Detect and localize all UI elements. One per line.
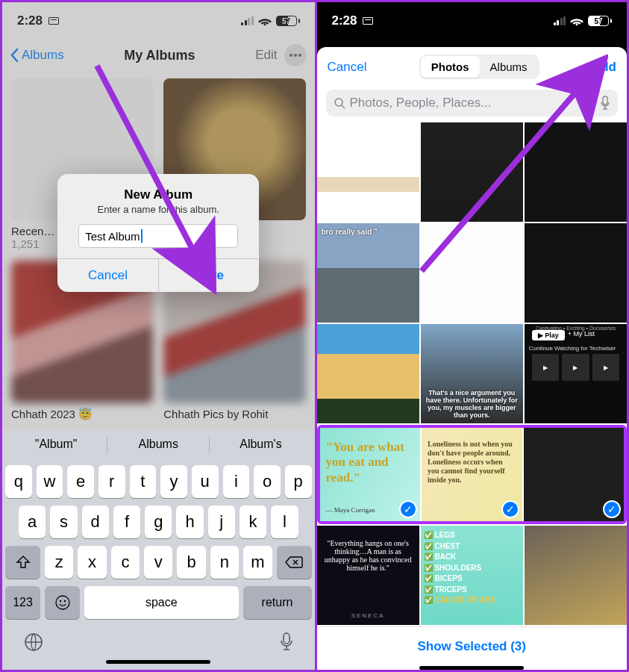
photo-thumb[interactable]: "Everything hangs on one's thinking…A ma… bbox=[317, 526, 419, 625]
back-button[interactable]: Albums bbox=[10, 48, 64, 63]
more-button[interactable] bbox=[284, 44, 307, 66]
right-phone: 2:28 57 Cancel Photos Albums Add bbox=[315, 2, 628, 670]
key[interactable]: e bbox=[67, 465, 94, 498]
cancel-button[interactable]: Cancel bbox=[57, 259, 158, 292]
edit-button[interactable]: Edit bbox=[255, 48, 277, 63]
key[interactable]: q bbox=[5, 465, 32, 498]
key[interactable]: w bbox=[37, 465, 63, 498]
photo-thumb[interactable]: Captivating • Exciting • Docuseries ▶ Pl… bbox=[525, 324, 627, 423]
photo-thumb[interactable]: LEGS CHEST BACK SHOULDERS BICEPS TRICEPS… bbox=[421, 526, 523, 625]
photo-thumb[interactable]: That's a nice argument you have there. U… bbox=[421, 324, 523, 423]
backspace-key[interactable] bbox=[277, 546, 312, 579]
ios-keyboard[interactable]: "Album" Albums Album's q w e r t y u i o… bbox=[2, 430, 315, 670]
key[interactable]: k bbox=[240, 505, 266, 538]
svg-line-10 bbox=[342, 105, 345, 108]
predict-option[interactable]: Albums bbox=[107, 438, 209, 454]
nav-right: Edit bbox=[255, 44, 307, 66]
segment-albums[interactable]: Albums bbox=[480, 56, 538, 78]
key[interactable]: p bbox=[285, 465, 312, 498]
album-name-input[interactable]: Test Album bbox=[78, 224, 238, 248]
photo-thumb[interactable] bbox=[317, 324, 419, 423]
search-icon bbox=[334, 97, 345, 109]
key[interactable]: j bbox=[208, 505, 235, 538]
key[interactable]: h bbox=[176, 505, 203, 538]
svg-point-1 bbox=[294, 54, 297, 57]
key[interactable]: z bbox=[45, 546, 73, 579]
photo-thumb[interactable] bbox=[525, 122, 627, 222]
key[interactable]: y bbox=[160, 465, 187, 498]
photo-thumb[interactable] bbox=[525, 526, 627, 625]
key[interactable]: s bbox=[50, 505, 77, 538]
photo-thumb[interactable]: bro really said " bbox=[317, 223, 419, 323]
play-icon: ▶ bbox=[562, 354, 589, 381]
alert-title: New Album bbox=[69, 187, 247, 202]
key[interactable]: r bbox=[98, 465, 125, 498]
photo-thumb-selected[interactable]: ✓ bbox=[524, 428, 625, 521]
photo-thumb[interactable] bbox=[421, 122, 523, 222]
sheet-bar: Cancel Photos Albums Add bbox=[317, 47, 628, 87]
photo-thumb[interactable] bbox=[421, 223, 523, 323]
mic-icon[interactable] bbox=[600, 96, 610, 111]
key[interactable]: l bbox=[271, 505, 298, 538]
navbar: Albums My Albums Edit bbox=[2, 40, 315, 71]
return-key[interactable]: return bbox=[243, 586, 312, 619]
battery-icon: 57 bbox=[276, 16, 300, 26]
key[interactable]: a bbox=[19, 505, 46, 538]
predictive-bar: "Album" Albums Album's bbox=[2, 430, 315, 461]
status-time-wrap: 2:28 bbox=[17, 13, 59, 28]
key[interactable]: c bbox=[111, 546, 140, 579]
status-time-wrap: 2:28 bbox=[332, 13, 374, 28]
key[interactable]: m bbox=[243, 546, 272, 579]
check-icon: ✓ bbox=[399, 500, 417, 518]
segment-photos[interactable]: Photos bbox=[421, 56, 480, 78]
key[interactable]: v bbox=[144, 546, 172, 579]
add-button[interactable]: Add bbox=[592, 60, 616, 75]
check-icon: ✓ bbox=[603, 500, 621, 518]
key[interactable]: o bbox=[254, 465, 281, 498]
home-indicator[interactable] bbox=[106, 660, 210, 664]
key[interactable]: n bbox=[210, 546, 239, 579]
numeric-key[interactable]: 123 bbox=[5, 586, 40, 619]
home-indicator[interactable] bbox=[419, 666, 524, 670]
key-row-1: q w e r t y u i o p bbox=[2, 461, 315, 502]
show-selected-button[interactable]: Show Selected (3) bbox=[317, 626, 628, 662]
segmented-control[interactable]: Photos Albums bbox=[419, 55, 539, 79]
key-row-2: a s d f g h j k l bbox=[2, 502, 315, 542]
photo-thumb-selected[interactable]: Loneliness is not when you don't have pe… bbox=[422, 428, 522, 521]
save-button[interactable]: Save bbox=[158, 259, 260, 292]
shift-key[interactable] bbox=[5, 546, 40, 579]
selected-row-highlight: "You are what you eat and read." — Maya … bbox=[317, 425, 628, 524]
predict-option[interactable]: Album's bbox=[210, 438, 311, 454]
svg-point-4 bbox=[56, 596, 69, 609]
key[interactable]: g bbox=[145, 505, 172, 538]
key[interactable]: u bbox=[192, 465, 219, 498]
check-icon: ✓ bbox=[501, 500, 519, 518]
space-key[interactable]: space bbox=[84, 586, 239, 619]
key[interactable]: d bbox=[82, 505, 109, 538]
backspace-icon bbox=[285, 556, 303, 569]
album-label: Chhath Pics by Rohit bbox=[163, 408, 305, 420]
svg-rect-8 bbox=[284, 633, 290, 644]
alert-buttons: Cancel Save bbox=[57, 258, 259, 292]
dictation-icon[interactable] bbox=[279, 632, 294, 653]
search-field[interactable]: Photos, People, Places... bbox=[326, 90, 619, 116]
key-row-4: 123 space return bbox=[2, 582, 315, 623]
emoji-icon bbox=[54, 594, 71, 611]
photo-thumb[interactable] bbox=[525, 223, 627, 323]
status-icons: 57 bbox=[554, 16, 613, 26]
status-time: 2:28 bbox=[17, 13, 43, 28]
cancel-button[interactable]: Cancel bbox=[328, 60, 367, 75]
emoji-key[interactable] bbox=[45, 586, 80, 619]
svg-point-5 bbox=[59, 600, 60, 602]
key[interactable]: i bbox=[223, 465, 250, 498]
key[interactable]: x bbox=[78, 546, 106, 579]
key[interactable]: f bbox=[113, 505, 140, 538]
wifi-icon bbox=[570, 16, 583, 26]
key[interactable]: t bbox=[130, 465, 157, 498]
predict-option[interactable]: "Album" bbox=[5, 438, 107, 454]
photo-thumb-selected[interactable]: "You are what you eat and read." — Maya … bbox=[320, 428, 421, 521]
wifi-icon bbox=[258, 16, 272, 26]
photo-thumb[interactable] bbox=[317, 122, 419, 222]
globe-icon[interactable] bbox=[23, 632, 44, 653]
key[interactable]: b bbox=[177, 546, 205, 579]
